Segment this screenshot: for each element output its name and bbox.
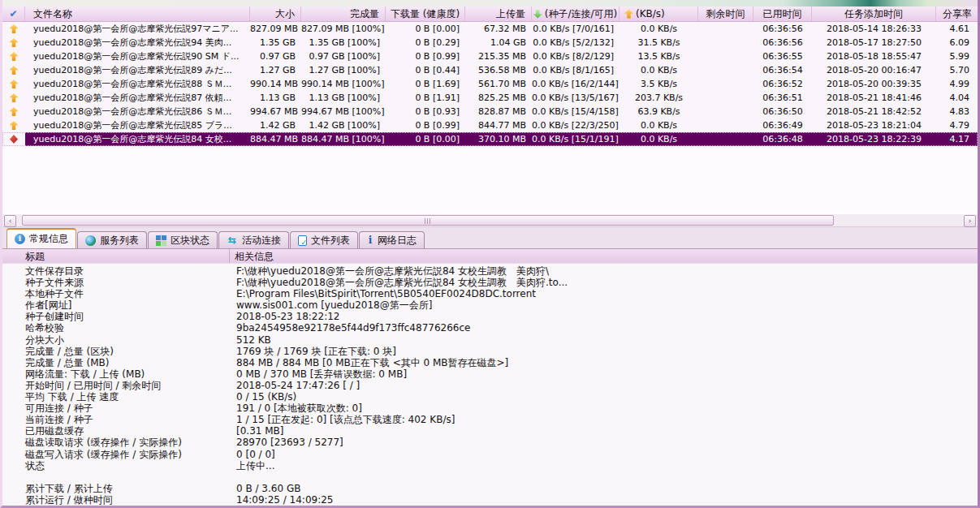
- detail-row[interactable]: [2, 471, 978, 483]
- detail-row[interactable]: 种子文件来源F:\做种\yuedu2018@第一会所@志摩紫光伝説84 女校生調…: [2, 277, 978, 288]
- detail-label: 哈希校验: [2, 322, 234, 334]
- cell-seeds: 0.0 KB/s [15/1/191]: [532, 132, 620, 146]
- detail-row[interactable]: 已用磁盘缓存[0.31 MB]: [2, 425, 978, 437]
- cell-speed: 203.7 KB/s: [620, 91, 698, 105]
- tab-server-list[interactable]: 服务列表: [77, 231, 147, 248]
- column-header-label: 下载量 (健康度): [391, 6, 460, 21]
- up-arrow-icon: [624, 10, 633, 19]
- detail-value: 2018-05-24 17:47:26 [ / ]: [234, 380, 978, 391]
- scroll-left-button[interactable]: ‹: [4, 215, 16, 227]
- column-header-speed[interactable]: (KB/s): [620, 6, 698, 21]
- detail-row[interactable]: 网络流量: 下载 / 上传 (MB)0 MB / 370 MB [丢弃错误数据:…: [2, 368, 978, 380]
- column-header-seeds[interactable]: (种子/连接/可用): [532, 6, 620, 21]
- cell-seeds: 0.0 KB/s [16/2/144]: [532, 77, 620, 91]
- detail-label: 作者[网址]: [2, 299, 234, 311]
- column-header-ratio[interactable]: 分享率: [936, 6, 978, 21]
- detail-value: [234, 471, 978, 483]
- tab-block-status[interactable]: 区块状态: [148, 231, 218, 248]
- cell-status: [2, 132, 25, 146]
- torrent-row[interactable]: yuedu2018@第一会所@志摩紫光伝説94 美肉...1.35 GB1.35…: [2, 36, 978, 50]
- detail-row[interactable]: 种子创建时间2018-05-23 18:22:12: [2, 311, 978, 322]
- cell-speed: 3.5 KB/s: [620, 77, 698, 91]
- detail-row[interactable]: 完成量 / 总量 (区块)1769 块 / 1769 块 [正在下载: 0 块]: [2, 346, 978, 357]
- detail-row[interactable]: 磁盘写入请求 (缓存操作 / 实际操作)0 [0 / 0]: [2, 449, 978, 460]
- scroll-right-button[interactable]: ›: [964, 215, 976, 227]
- cell-seeds: 0.0 KB/s [15/4/158]: [532, 105, 620, 118]
- detail-row[interactable]: 可用连接 / 种子191 / 0 [本地被获取次数: 0]: [2, 403, 978, 414]
- cell-remaining: [698, 36, 753, 50]
- globe-icon: [85, 235, 96, 246]
- cell-elapsed: 06:36:48: [753, 132, 812, 146]
- torrent-row[interactable]: yuedu2018@第一会所@志摩紫光伝説85 ブラ...1.42 GB1.42…: [2, 118, 978, 132]
- seeding-arrow-icon: [10, 38, 19, 47]
- cell-upload: 844.77 MB: [465, 118, 532, 132]
- cell-name: yuedu2018@第一会所@志摩紫光伝説84 女校...: [25, 132, 250, 146]
- detail-value: 0 B / 3.60 GB: [234, 483, 978, 494]
- cell-ratio: 5.70: [936, 63, 978, 77]
- cell-ratio: 5.99: [936, 50, 978, 63]
- tab-network-log[interactable]: i网络日志: [359, 231, 425, 248]
- column-header-size[interactable]: 大小: [250, 6, 301, 21]
- detail-row[interactable]: 作者[网址]www.sis001.com [yuedu2018@第一会所]: [2, 299, 978, 311]
- cell-remaining: [698, 22, 753, 36]
- column-header-remaining[interactable]: 剩余时间: [698, 6, 753, 21]
- detail-row[interactable]: 文件保存目录F:\做种\yuedu2018@第一会所@志摩紫光伝説84 女校生調…: [2, 265, 978, 277]
- detail-row[interactable]: 磁盘读取请求 (缓存操作 / 实际操作)28970 [23693 / 5277]: [2, 437, 978, 448]
- column-header-added[interactable]: 任务添加时间: [812, 6, 936, 21]
- detail-row[interactable]: 本地种子文件E:\Program Files\BitSpirit\Torrent…: [2, 288, 978, 299]
- detail-value: 884 MB / 884 MB [0 MB正在下载 <其中 0 MB暂存在磁盘>…: [234, 357, 978, 368]
- detail-row[interactable]: 累计运行 / 做种时间14:09:25 / 14:09:25: [2, 494, 978, 506]
- detail-column-title: 标题: [2, 249, 230, 263]
- column-header-done[interactable]: 完成量: [301, 6, 386, 21]
- tab-file-list[interactable]: 文件列表: [290, 231, 358, 248]
- torrent-row[interactable]: yuedu2018@第一会所@志摩紫光伝説90 SM ド...0.97 GB0.…: [2, 50, 978, 63]
- torrent-row[interactable]: yuedu2018@第一会所@志摩紫光伝説86 ＳＭ...994.67 MB99…: [2, 105, 978, 118]
- cell-done: 994.67 MB [100%]: [301, 105, 386, 118]
- seeding-arrow-icon: [10, 121, 19, 130]
- detail-label: 种子创建时间: [2, 311, 234, 322]
- column-header-label: 剩余时间: [706, 6, 745, 21]
- cell-done: 990.14 MB [100%]: [301, 77, 386, 91]
- detail-row[interactable]: 当前连接 / 种子1 / 15 [正在发起: 0] [该点总下载速度: 402 …: [2, 414, 978, 425]
- detail-row[interactable]: 完成量 / 总量 (MB)884 MB / 884 MB [0 MB正在下载 <…: [2, 357, 978, 368]
- torrent-row[interactable]: yuedu2018@第一会所@志摩紫光伝説89 みだ...1.27 GB1.27…: [2, 63, 978, 77]
- column-header-label: 上传量: [496, 6, 525, 21]
- column-header-download[interactable]: 下载量 (健康度): [386, 6, 465, 21]
- cell-speed: 0.0 KB/s: [620, 63, 698, 77]
- cell-done: 1.13 GB [100%]: [301, 91, 386, 105]
- detail-row[interactable]: 状态上传中...: [2, 460, 978, 471]
- tab-general-info[interactable]: i常规信息: [6, 228, 76, 248]
- torrent-row[interactable]: yuedu2018@第一会所@志摩紫光伝説97マニア...827.09 MB82…: [2, 22, 978, 36]
- horizontal-scrollbar[interactable]: ‹ ›: [2, 213, 978, 227]
- detail-row[interactable]: 哈希校验9ba2454958e92178e5f44d9f173ffc487762…: [2, 322, 978, 334]
- detail-label: 完成量 / 总量 (MB): [2, 357, 234, 368]
- torrent-row[interactable]: yuedu2018@第一会所@志摩紫光伝説87 依頼...1.13 GB1.13…: [2, 91, 978, 105]
- cell-ratio: 4.17: [936, 132, 978, 146]
- cell-size: 994.67 MB: [250, 105, 301, 118]
- column-header-select[interactable]: ✔: [2, 6, 25, 21]
- scrollbar-thumb[interactable]: [22, 215, 834, 226]
- detail-value: 2018-05-23 18:22:12: [234, 311, 978, 322]
- column-header-name[interactable]: 文件名称: [25, 6, 250, 21]
- cell-ratio: 6.09: [936, 36, 978, 50]
- detail-row[interactable]: 平均 下载 / 上传 速度0 / 15 (KB/s): [2, 391, 978, 403]
- column-header-label: 分享率: [943, 6, 972, 21]
- column-header-upload[interactable]: 上传量: [465, 6, 532, 21]
- cell-name: yuedu2018@第一会所@志摩紫光伝説89 みだ...: [25, 63, 250, 77]
- column-header-elapsed[interactable]: 已用时间: [753, 6, 812, 21]
- cell-added: 2018-05-21 18:41:46: [812, 91, 936, 105]
- tab-active-connections[interactable]: ⇆活动连接: [218, 231, 289, 248]
- torrent-table-body: yuedu2018@第一会所@志摩紫光伝説97マニア...827.09 MB82…: [2, 22, 978, 146]
- cell-download: 0 B [0.00]: [386, 132, 465, 146]
- seeding-arrow-icon: [10, 107, 19, 116]
- cell-name: yuedu2018@第一会所@志摩紫光伝説87 依頼...: [25, 91, 250, 105]
- torrent-row[interactable]: yuedu2018@第一会所@志摩紫光伝説88 ＳＭ...990.14 MB99…: [2, 77, 978, 91]
- detail-row[interactable]: 分块大小512 KB: [2, 334, 978, 346]
- detail-row[interactable]: 累计下载 / 累计上传0 B / 3.60 GB: [2, 483, 978, 494]
- cell-status: [2, 22, 25, 36]
- torrent-row[interactable]: yuedu2018@第一会所@志摩紫光伝説84 女校...884.47 MB88…: [2, 132, 978, 146]
- filelist-icon: [298, 235, 307, 246]
- cell-download: 0 B [0.00]: [386, 22, 465, 36]
- cell-seeds: 0.0 KB/s [8/1/165]: [532, 63, 620, 77]
- detail-row[interactable]: 开始时间 / 已用时间 / 剩余时间2018-05-24 17:47:26 [ …: [2, 380, 978, 391]
